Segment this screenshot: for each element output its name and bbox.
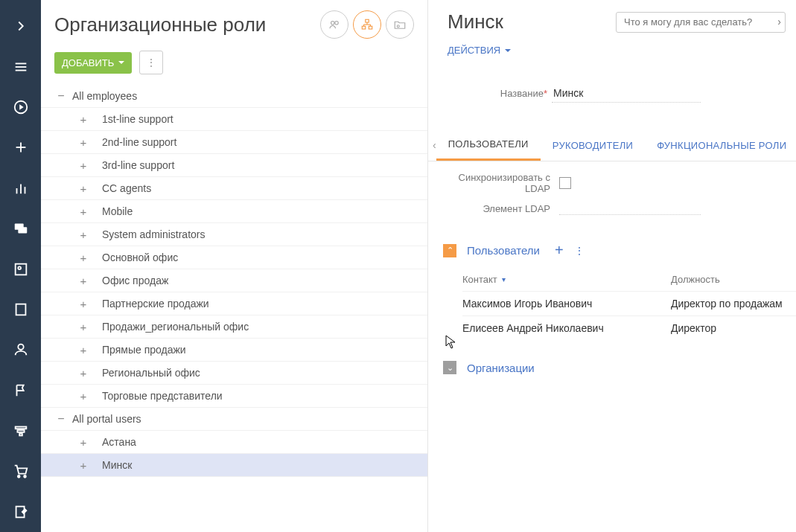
tree-label: Региональный офис [98,367,200,379]
expand-icon[interactable]: + [77,390,90,403]
expand-icon[interactable]: + [77,275,90,287]
ldap-sync-checkbox[interactable] [559,177,571,189]
expand-icon[interactable]: + [77,182,90,195]
tree-item[interactable]: +Офис продаж [41,269,427,292]
tabs: ‹ ПОЛЬЗОВАТЕЛИ РУКОВОДИТЕЛИ ФУНКЦИОНАЛЬН… [428,129,796,161]
rail-menu-icon[interactable] [0,46,41,86]
tree-label: All portal users [68,413,141,425]
col-header-position[interactable]: Должность [671,274,796,285]
expand-icon[interactable]: + [77,459,90,472]
svg-rect-28 [369,26,372,29]
expand-icon[interactable]: + [77,113,90,126]
detail-title: Минск [448,10,607,33]
col-header-contact[interactable]: Контакт▾ [462,274,671,285]
expand-icon[interactable]: + [77,228,90,241]
add-button[interactable]: ДОБАВИТЬ [54,52,132,74]
rail-funnel-icon[interactable] [0,411,41,451]
chevron-right-icon[interactable]: › [777,16,781,28]
more-menu-button[interactable]: ⋮ [139,51,163,74]
cell-contact: Максимов Игорь Иванович [462,298,671,310]
tree-item[interactable]: +Минск [41,454,427,477]
svg-point-21 [17,475,19,478]
rail-edit-icon[interactable] [0,492,41,532]
expand-icon[interactable]: + [77,344,90,356]
svg-rect-26 [366,19,369,22]
search-input[interactable] [616,12,786,33]
tree-label: 1st-line support [98,113,173,125]
tree-item[interactable]: +Партнерские продажи [41,292,427,315]
expand-icon[interactable]: + [77,205,90,218]
rail-flag-icon[interactable] [0,371,41,411]
tab-users[interactable]: ПОЛЬЗОВАТЕЛИ [436,129,541,161]
rail-building-icon[interactable] [0,289,41,330]
tab-functional-roles[interactable]: ФУНКЦИОНАЛЬНЫЕ РОЛИ [645,131,796,160]
svg-rect-20 [19,434,22,436]
tree-item[interactable]: +Астана [41,431,427,454]
tree-item[interactable]: +Продажи_региональный офис [41,315,427,339]
expand-icon[interactable]: + [77,298,90,310]
rail-cart-icon[interactable] [0,451,41,491]
rail-expand-icon[interactable] [0,6,41,46]
rail-play-icon[interactable] [0,87,41,127]
tree-group[interactable]: −All employees [41,85,427,108]
svg-point-25 [335,22,339,25]
mode-orgchart-icon[interactable] [353,10,381,39]
tree-label: Торговые представители [98,390,223,402]
tree-label: Партнерские продажи [98,298,209,310]
rail-contacts-icon[interactable] [0,249,41,289]
rail-chat-icon[interactable] [0,208,41,249]
expand-icon[interactable]: + [77,159,90,172]
tree-item[interactable]: +Прямые продажи [41,339,427,362]
users-section-menu[interactable]: ⋮ [574,245,585,257]
actions-label: ДЕЙСТВИЯ [448,45,500,56]
svg-rect-14 [16,304,25,315]
collapse-icon[interactable]: − [54,412,68,426]
expand-icon[interactable]: + [77,136,90,149]
tree-item[interactable]: +1st-line support [41,108,427,131]
section-users-title: Пользователи [467,244,540,257]
svg-point-22 [24,475,26,478]
add-user-button[interactable]: + [555,242,564,259]
table-row[interactable]: Елисеев Андрей НиколаевичДиректор [462,315,796,340]
tree-label: CC agents [98,182,151,194]
section-orgs-title: Организации [467,362,535,374]
tree-item[interactable]: +Основной офис [41,246,427,269]
rail-plus-icon[interactable] [0,127,41,167]
table-row[interactable]: Максимов Игорь ИвановичДиректор по прода… [462,291,796,315]
rail-chart-icon[interactable] [0,168,41,208]
ldap-elem-label: Элемент LDAP [448,203,559,214]
name-field-value[interactable]: Минск [552,84,701,103]
tree-item[interactable]: +System administrators [41,223,427,246]
collapse-orgs-section[interactable]: ⌄ [443,361,456,374]
tree-label: All employees [68,90,137,102]
expand-icon[interactable]: + [77,436,90,449]
tree-group[interactable]: −All portal users [41,408,427,431]
svg-rect-19 [17,430,24,432]
tree-label: Mobile [98,205,133,217]
ldap-elem-value[interactable] [559,202,701,215]
svg-rect-27 [362,26,366,29]
expand-icon[interactable]: + [77,367,90,379]
expand-icon[interactable]: + [77,321,90,333]
svg-point-33 [397,25,399,28]
svg-point-13 [18,266,21,269]
cell-contact: Елисеев Андрей Николаевич [462,322,671,334]
tree-item[interactable]: +Mobile [41,200,427,223]
mode-folder-icon[interactable] [386,10,414,39]
name-field-label: Название* [448,88,552,99]
tree-label: System administrators [98,228,205,240]
mode-users-icon[interactable] [320,10,348,39]
sort-caret-icon: ▾ [502,275,506,283]
collapse-icon[interactable]: − [54,89,68,103]
tree-item[interactable]: +2nd-line support [41,131,427,154]
tree-item[interactable]: +3rd-line support [41,154,427,177]
tab-managers[interactable]: РУКОВОДИТЕЛИ [541,131,645,160]
tree-label: Астана [98,436,136,448]
tree-item[interactable]: +Торговые представители [41,385,427,408]
expand-icon[interactable]: + [77,251,90,264]
tree-item[interactable]: +CC agents [41,177,427,200]
rail-user-icon[interactable] [0,330,41,370]
collapse-users-section[interactable]: ⌃ [443,244,456,257]
tree-item[interactable]: +Региональный офис [41,362,427,385]
actions-dropdown[interactable]: ДЕЙСТВИЯ [448,45,511,56]
